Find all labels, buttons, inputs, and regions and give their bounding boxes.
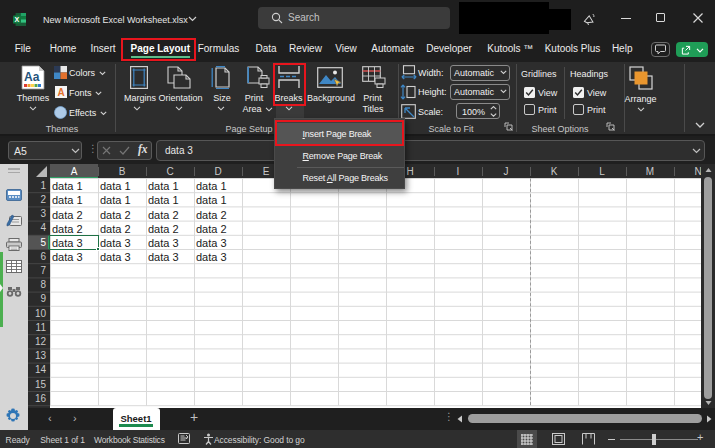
svg-text:A: A xyxy=(57,87,64,98)
svg-text:X: X xyxy=(14,16,19,24)
svg-text:Aa: Aa xyxy=(24,70,40,84)
